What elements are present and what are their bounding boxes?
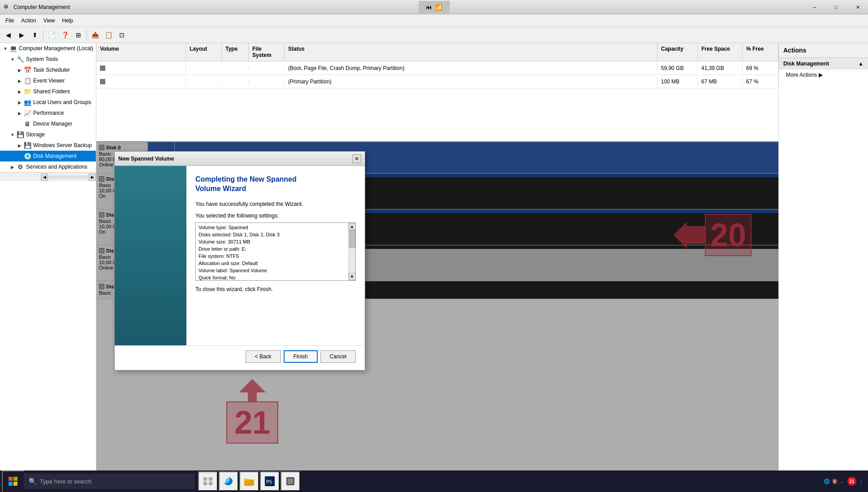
task-view-button[interactable] xyxy=(198,471,218,491)
table-row[interactable]: (Boot, Page File, Crash Dump, Primary Pa… xyxy=(96,61,778,75)
cancel-button[interactable]: Cancel xyxy=(320,350,356,363)
scroll-down-button[interactable]: ▼ xyxy=(349,273,356,280)
show-desktop-icon[interactable]: │ xyxy=(860,479,863,484)
svg-rect-11 xyxy=(244,479,249,480)
toolbar-show-hide[interactable]: 📄 xyxy=(45,29,58,41)
menu-action[interactable]: Action xyxy=(17,16,39,26)
storage-expand[interactable]: ▼ xyxy=(9,131,16,138)
file-explorer-button[interactable] xyxy=(239,471,259,491)
minimize-button[interactable]: ─ xyxy=(804,0,825,14)
toolbar-export[interactable]: 📤 xyxy=(89,29,101,41)
sidebar-scrollbar[interactable]: ◀ ▶ xyxy=(0,172,96,181)
svg-rect-15 xyxy=(288,479,293,484)
main-layout: ▼ 💻 Computer Management (Local) ▼ 🔧 Syst… xyxy=(0,43,868,470)
local-users-expand[interactable]: ▶ xyxy=(16,99,23,106)
speaker-muted-icon[interactable]: 🔇 xyxy=(832,479,838,484)
dialog-buttons: < Back Finish Cancel xyxy=(115,345,365,370)
toolbar-grid[interactable]: ⊞ xyxy=(72,29,85,41)
toolbar-up[interactable]: ⬆ xyxy=(29,29,41,41)
sidebar-scroll-right[interactable]: ▶ xyxy=(89,174,96,181)
sidebar-item-disk-management[interactable]: 💿 Disk Management xyxy=(0,151,96,161)
actions-section-disk-management[interactable]: Disk Management ▲ xyxy=(779,58,868,70)
sidebar-item-storage[interactable]: ▼ 💾 Storage xyxy=(0,129,96,140)
scroll-knob[interactable] xyxy=(349,230,355,248)
wsb-expand[interactable]: ▶ xyxy=(16,142,23,149)
maximize-button[interactable]: □ xyxy=(826,0,846,14)
settings-line-0: Volume type: Spanned xyxy=(198,224,354,231)
menu-view[interactable]: View xyxy=(40,16,59,26)
window-controls: ─ □ ✕ xyxy=(804,0,868,14)
finish-button[interactable]: Finish xyxy=(284,350,318,363)
wsb-icon: 💾 xyxy=(23,141,31,149)
sidebar-item-label-dm: Disk Management xyxy=(33,153,77,159)
system-tools-expand[interactable]: ▼ xyxy=(9,56,16,63)
sidebar-item-shared-folders[interactable]: ▶ 📁 Shared Folders xyxy=(0,86,96,97)
network-icon[interactable]: 🌐 xyxy=(824,479,830,484)
event-viewer-expand[interactable]: ▶ xyxy=(16,77,23,84)
svg-rect-2 xyxy=(9,477,13,481)
toolbar-back[interactable]: ◀ xyxy=(2,29,14,41)
shared-folders-expand[interactable]: ▶ xyxy=(16,88,23,95)
col-fs[interactable]: File System xyxy=(249,43,285,61)
close-button[interactable]: ✕ xyxy=(847,0,868,14)
col-capacity[interactable]: Capacity xyxy=(657,43,698,61)
back-button[interactable]: < Back xyxy=(246,350,281,363)
notification-badge[interactable]: 21 xyxy=(847,477,856,486)
toolbar-help[interactable]: ❓ xyxy=(59,29,71,41)
row1-layout xyxy=(186,80,222,83)
col-status[interactable]: Status xyxy=(285,43,657,61)
menu-file[interactable]: File xyxy=(2,16,17,26)
start-button[interactable] xyxy=(2,470,24,492)
sidebar-item-label-local-users: Local Users and Groups xyxy=(33,99,91,105)
disk-visual-area: Disk 0 Basic 60,00 GB Online Boot, Page … xyxy=(96,142,778,470)
sidebar-item-label-storage: Storage xyxy=(26,131,45,138)
terminal-button[interactable]: PS xyxy=(260,471,280,491)
sidebar-item-local-users[interactable]: ▶ 👥 Local Users and Groups xyxy=(0,97,96,108)
sidebar-item-label-services: Services and Applications xyxy=(26,164,87,170)
sidebar-item-windows-server-backup[interactable]: ▶ 💾 Windows Server Backup xyxy=(0,140,96,151)
sidebar-item-device-manager[interactable]: 🖥 Device Manager xyxy=(0,118,96,129)
sidebar-root-expand[interactable]: ▼ xyxy=(2,45,9,52)
media-signal-icon: 📶 xyxy=(435,4,442,11)
sidebar-item-label-task-scheduler: Task Scheduler xyxy=(33,67,70,73)
settings-scrollbar[interactable]: ▲ ▼ xyxy=(348,223,355,280)
more-actions-link[interactable]: More Actions ▶ xyxy=(779,70,868,80)
table-row[interactable]: (Primary Partition) 100 MB 67 MB 67 % xyxy=(96,75,778,88)
sidebar-item-task-scheduler[interactable]: ▶ 📅 Task Scheduler xyxy=(0,65,96,75)
performance-expand[interactable]: ▶ xyxy=(16,109,23,117)
settings-line-2: Volume size: 30711 MB xyxy=(198,238,354,245)
col-pctfree[interactable]: % Free xyxy=(743,43,778,61)
app5-button[interactable] xyxy=(281,471,300,491)
col-freespace[interactable]: Free Space xyxy=(698,43,743,61)
dialog-close-button[interactable]: ✕ xyxy=(352,154,361,163)
dialog-settings-box[interactable]: Volume type: Spanned Disks selected: Dis… xyxy=(195,222,356,281)
services-expand[interactable]: ▶ xyxy=(9,163,16,170)
toolbar-forward[interactable]: ▶ xyxy=(15,29,28,41)
system-tools-icon: 🔧 xyxy=(16,55,24,63)
svg-rect-9 xyxy=(209,482,212,485)
taskbar-search[interactable]: 🔍 Type here to search xyxy=(24,474,194,489)
dialog-right-panel: Completing the New SpannedVolume Wizard … xyxy=(186,166,365,345)
sidebar-item-services-apps[interactable]: ▶ ⚙ Services and Applications xyxy=(0,161,96,172)
media-prev-icon[interactable]: ⏮ xyxy=(426,4,432,11)
local-users-icon: 👥 xyxy=(23,98,31,106)
sidebar-item-label-device-manager: Device Manager xyxy=(33,121,72,127)
row0-status: (Boot, Page File, Crash Dump, Primary Pa… xyxy=(285,63,657,73)
actions-header: Actions xyxy=(779,43,868,58)
col-volume[interactable]: Volume xyxy=(96,43,186,61)
sidebar-item-event-viewer[interactable]: ▶ 📋 Event Viewer xyxy=(0,75,96,86)
toolbar-help2[interactable]: ⊡ xyxy=(116,29,128,41)
col-type[interactable]: Type xyxy=(222,43,249,61)
sidebar-item-system-tools[interactable]: ▼ 🔧 System Tools xyxy=(0,54,96,65)
edge-icon xyxy=(224,476,233,486)
sidebar-scroll-left[interactable]: ◀ xyxy=(41,174,48,181)
sidebar-item-performance[interactable]: ▶ 📈 Performance xyxy=(0,108,96,118)
sidebar-root[interactable]: ▼ 💻 Computer Management (Local) xyxy=(0,43,96,54)
task-scheduler-expand[interactable]: ▶ xyxy=(16,66,23,74)
disk-table-header: Volume Layout Type File System Status Ca… xyxy=(96,43,778,61)
col-layout[interactable]: Layout xyxy=(186,43,222,61)
menu-help[interactable]: Help xyxy=(59,16,77,26)
toolbar-properties[interactable]: 📋 xyxy=(102,29,115,41)
edge-button[interactable] xyxy=(219,471,238,491)
scroll-up-button[interactable]: ▲ xyxy=(349,223,356,230)
